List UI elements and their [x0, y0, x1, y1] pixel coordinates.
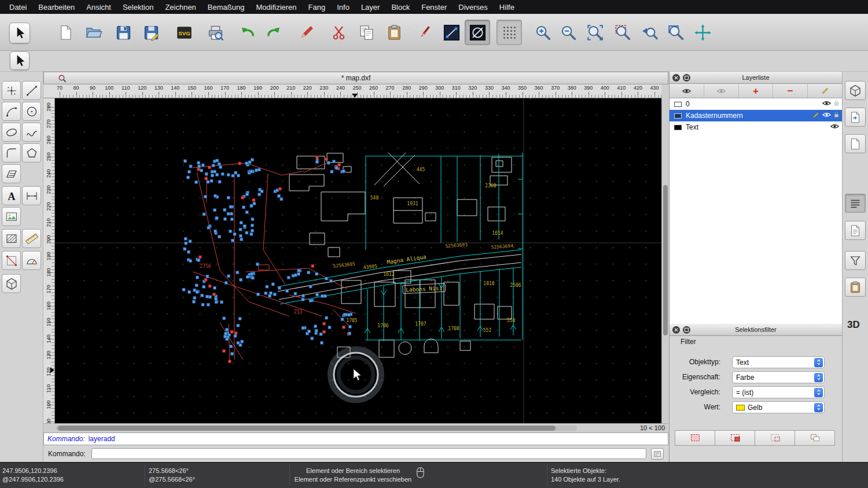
menu-layer[interactable]: Layer [355, 3, 386, 12]
zoom-in-button[interactable] [530, 20, 556, 45]
cube-3d-panel-button[interactable] [845, 81, 866, 100]
layer-visible-icon[interactable] [670, 84, 704, 98]
filter-select-matching-button[interactable] [675, 430, 715, 446]
grid-toggle-button[interactable] [496, 20, 522, 45]
menu-fang[interactable]: Fang [303, 3, 332, 12]
cut-tool-button[interactable] [326, 20, 351, 45]
list-lines-panel-button[interactable] [845, 194, 866, 213]
hatch-tool-button[interactable] [2, 229, 21, 248]
layer-lock-icon[interactable] [834, 100, 839, 108]
menu-block[interactable]: Block [385, 3, 415, 12]
erase-tool-button[interactable] [293, 20, 319, 45]
save-file-button[interactable] [111, 20, 136, 45]
layer-visibility-icon[interactable] [822, 100, 831, 108]
zoom-fit-button[interactable] [582, 20, 608, 45]
zoom-out-button[interactable] [556, 20, 581, 45]
close-panel-icon[interactable] [672, 74, 680, 82]
add-layer-icon[interactable]: + [739, 84, 774, 98]
menu-datei[interactable]: Datei [3, 3, 32, 12]
line-tool-button[interactable] [439, 20, 464, 45]
vertical-scrollbar-thumb[interactable] [663, 185, 668, 335]
pan-view-button[interactable] [690, 20, 715, 45]
zoom-window-button[interactable] [663, 20, 689, 45]
layer-hidden-icon[interactable] [704, 84, 739, 98]
shape-tool-button[interactable] [2, 251, 21, 270]
arc-tool-button[interactable] [2, 102, 21, 121]
svg-export-button[interactable]: SVG [171, 20, 197, 45]
filter-dropdown-objekttyp[interactable]: Text [732, 356, 825, 368]
undo-button[interactable] [234, 20, 260, 45]
paste-tool-button[interactable] [381, 20, 407, 45]
menu-bearbeiten[interactable]: Bearbeiten [32, 3, 80, 12]
new-file-button[interactable] [53, 20, 78, 45]
layer-row-text[interactable]: Text [670, 121, 842, 133]
ruler-tool-button[interactable] [22, 229, 41, 248]
selection-tool-button-2[interactable] [10, 51, 30, 70]
command-input[interactable] [91, 448, 646, 459]
vertical-scrollbar[interactable] [661, 98, 668, 423]
close-panel-icon[interactable] [672, 326, 680, 334]
edit-layer-icon[interactable] [808, 84, 842, 98]
zoom-selection-button[interactable] [610, 20, 635, 45]
menu-modifizieren[interactable]: Modifizieren [250, 3, 302, 12]
image-tool-button[interactable] [2, 207, 21, 226]
remove-layer-icon[interactable]: − [773, 84, 808, 98]
dimension-tool-button[interactable] [22, 186, 41, 205]
page-blank-panel-button[interactable] [845, 134, 866, 153]
page-fwd-panel-button[interactable] [845, 108, 866, 127]
menu-fenster[interactable]: Fenster [415, 3, 453, 12]
command-options-button[interactable] [651, 448, 664, 460]
document-titlebar: * map.dxf [43, 72, 668, 84]
edit-layer-icon[interactable] [812, 112, 819, 120]
clipboard-small-panel-button[interactable] [845, 278, 866, 297]
layer-visibility-icon[interactable] [830, 123, 839, 131]
save-as-button[interactable] [138, 20, 164, 45]
horizontal-scrollbar[interactable]: 10 < 100 [43, 423, 668, 432]
dropdown-stepper-icon[interactable] [814, 403, 823, 412]
restrict-off-button[interactable] [465, 20, 490, 45]
dropdown-stepper-icon[interactable] [814, 358, 823, 367]
print-preview-button[interactable] [203, 20, 228, 45]
menu-ansicht[interactable]: Ansicht [80, 3, 117, 12]
zoom-previous-button[interactable] [637, 20, 662, 45]
text-tool-button[interactable]: A [2, 186, 21, 205]
menu-hilfe[interactable]: Hilfe [494, 3, 520, 12]
detach-panel-icon[interactable] [683, 326, 690, 334]
filter-dropdown-wert[interactable]: Gelb [732, 401, 825, 413]
layer-visibility-icon[interactable] [822, 112, 831, 120]
line-draw-tool-button[interactable] [22, 81, 41, 100]
curve-tool-button[interactable] [2, 143, 21, 162]
open-file-button[interactable] [80, 20, 106, 45]
page-lines-panel-button[interactable] [845, 221, 866, 240]
menu-bemaßung[interactable]: Bemaßung [202, 3, 251, 12]
point-tool-button[interactable] [2, 81, 21, 100]
filter-funnel-panel-button[interactable] [845, 251, 866, 270]
layer-lock-icon[interactable] [834, 112, 839, 120]
ellipse-tool-button[interactable] [2, 123, 21, 142]
polygon-tool-button[interactable] [22, 143, 41, 162]
iso-view-tool-button[interactable] [2, 274, 21, 293]
draw-pen-button[interactable] [411, 20, 437, 45]
layer-row-0[interactable]: 0 [670, 98, 842, 110]
filter-add-to-selection-button[interactable] [715, 430, 755, 446]
filter-intersect-selection-button[interactable] [795, 430, 835, 446]
protractor-tool-button[interactable] [22, 251, 41, 270]
menu-zeichnen[interactable]: Zeichnen [159, 3, 201, 12]
menu-info[interactable]: Info [331, 3, 355, 12]
horizontal-scrollbar-thumb[interactable] [58, 426, 556, 431]
detach-panel-icon[interactable] [683, 74, 690, 82]
copy-tool-button[interactable] [354, 20, 379, 45]
circle-tool-button[interactable] [22, 102, 41, 121]
layer-row-kadasternummern[interactable]: Kadasternummern [670, 110, 842, 121]
dropdown-stepper-icon[interactable] [814, 388, 823, 397]
filter-remove-from-selection-button[interactable] [755, 430, 795, 446]
drawing-canvas[interactable]: Magna AliquaLabons Nisi 4452360548193116… [55, 98, 661, 423]
menu-selektion[interactable]: Selektion [117, 3, 159, 12]
redo-button[interactable] [261, 20, 286, 45]
menu-diverses[interactable]: Diverses [453, 3, 494, 12]
filter-dropdown-eigenschaft[interactable]: Farbe [732, 371, 825, 383]
filter-dropdown-vergleich[interactable]: = (ist) [732, 386, 825, 398]
spline-tool-button[interactable] [22, 123, 41, 142]
slab-tool-button[interactable] [2, 164, 21, 183]
dropdown-stepper-icon[interactable] [814, 373, 823, 382]
